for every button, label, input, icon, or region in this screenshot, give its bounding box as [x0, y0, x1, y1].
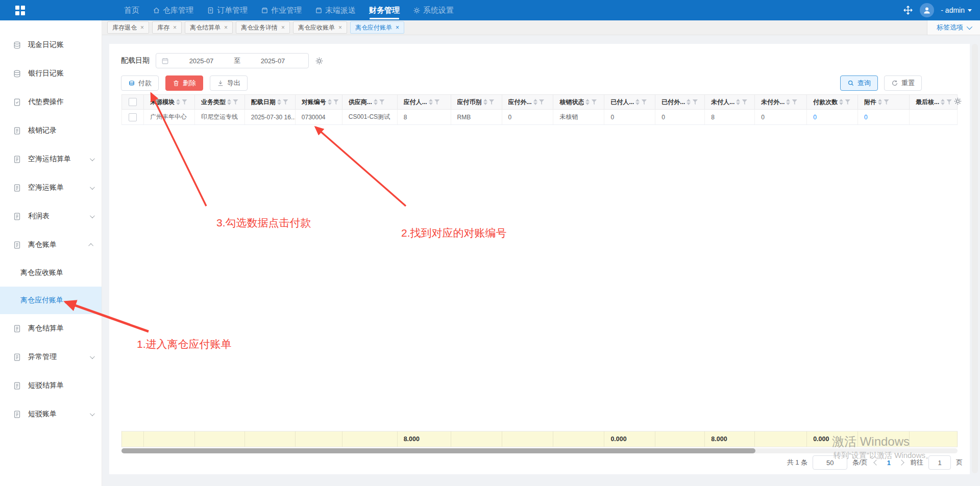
user-menu[interactable]: - admin	[941, 6, 972, 14]
column-header-pay_count[interactable]: 付款次数	[807, 95, 858, 109]
move-icon[interactable]	[903, 5, 913, 15]
filter-funnel-icon[interactable]	[333, 99, 339, 105]
date-to-value[interactable]: 2025-07	[242, 57, 303, 65]
filter-funnel-icon[interactable]	[434, 99, 440, 105]
close-icon[interactable]: ×	[396, 24, 399, 31]
table-row[interactable]: 广州丰年中心印尼空运专线2025-07-30 16...0730004CS001…	[121, 110, 958, 125]
filter-funnel-icon[interactable]	[379, 99, 385, 105]
filter-funnel-icon[interactable]	[233, 99, 238, 105]
cell-attachment[interactable]: 0	[858, 110, 910, 124]
sidebar-item-利润表[interactable]: 利润表	[0, 202, 102, 231]
filter-funnel-icon[interactable]	[489, 99, 495, 105]
column-header-unpaid_cny[interactable]: 未付人...	[705, 95, 755, 109]
tab-离仓应付账单[interactable]: 离仓应付账单×	[350, 21, 404, 34]
column-header-payable_cny[interactable]: 应付人...	[398, 95, 451, 109]
column-header-load_date[interactable]: 配载日期	[245, 95, 296, 109]
sort-icon[interactable]	[687, 99, 691, 105]
tab-options-button[interactable]: 标签选项	[927, 20, 980, 35]
column-header-last_writeoff[interactable]: 最后核...	[910, 95, 958, 109]
sidebar-item-代垫费操作[interactable]: 代垫费操作	[0, 88, 102, 116]
sort-icon[interactable]	[277, 99, 281, 105]
sort-icon[interactable]	[328, 99, 332, 105]
nav-item-末端派送[interactable]: 末端派送	[315, 0, 356, 20]
row-checkbox[interactable]	[129, 113, 137, 121]
goto-page-input[interactable]: 1	[928, 455, 951, 470]
close-icon[interactable]: ×	[338, 24, 342, 31]
date-from-value[interactable]: 2025-07	[171, 57, 232, 65]
column-header-payable_currency[interactable]: 应付币别	[451, 95, 502, 109]
column-header-paid_foreign[interactable]: 已付外...	[655, 95, 705, 109]
sort-icon[interactable]	[839, 99, 843, 105]
query-button[interactable]: 查询	[840, 75, 878, 91]
tab-库存退仓[interactable]: 库存退仓×	[107, 21, 149, 34]
column-header-supplier[interactable]: 供应商...	[342, 95, 398, 109]
avatar[interactable]	[920, 3, 934, 17]
filter-funnel-icon[interactable]	[884, 99, 889, 105]
sort-icon[interactable]	[374, 99, 378, 105]
load-date-range-input[interactable]: 2025-07 至 2025-07	[156, 53, 309, 68]
close-icon[interactable]: ×	[140, 24, 144, 31]
sidebar-item-银行日记账[interactable]: 银行日记账	[0, 59, 102, 88]
sort-icon[interactable]	[227, 99, 231, 105]
filter-funnel-icon[interactable]	[641, 99, 647, 105]
sidebar-item-离仓结算单[interactable]: 离仓结算单	[0, 314, 102, 343]
select-all-checkbox[interactable]	[129, 98, 137, 106]
tab-库存[interactable]: 库存×	[152, 21, 182, 34]
sort-icon[interactable]	[878, 99, 882, 105]
column-header-recon_no[interactable]: 对账编号	[296, 95, 342, 109]
filter-funnel-icon[interactable]	[591, 99, 597, 105]
sort-icon[interactable]	[429, 99, 433, 105]
reset-button[interactable]: 重置	[884, 75, 922, 91]
sort-icon[interactable]	[786, 99, 790, 105]
tab-离仓应收账单[interactable]: 离仓应收账单×	[293, 21, 347, 34]
export-button[interactable]: 导出	[210, 75, 248, 91]
filter-funnel-icon[interactable]	[692, 99, 698, 105]
nav-item-系统设置[interactable]: 系统设置	[413, 0, 454, 20]
close-icon[interactable]: ×	[224, 24, 228, 31]
row-checkbox-cell[interactable]	[122, 110, 144, 124]
sort-icon[interactable]	[483, 99, 487, 105]
column-settings-gear-icon[interactable]	[953, 97, 962, 106]
sidebar-item-短驳账单[interactable]: 短驳账单	[0, 400, 102, 428]
column-header-checkbox[interactable]	[122, 95, 144, 109]
pay-button[interactable]: 付款	[121, 75, 159, 91]
sort-icon[interactable]	[176, 99, 180, 105]
sort-icon[interactable]	[736, 99, 740, 105]
current-page-number[interactable]: 1	[885, 459, 893, 467]
column-header-unpaid_foreign[interactable]: 未付外...	[755, 95, 807, 109]
delete-button[interactable]: 删除	[165, 75, 203, 91]
sidebar-item-离仓应付账单[interactable]: 离仓应付账单	[0, 287, 102, 314]
page-size-input[interactable]: 50	[813, 455, 847, 470]
sidebar-item-离仓应收账单[interactable]: 离仓应收账单	[0, 259, 102, 287]
filter-funnel-icon[interactable]	[792, 99, 797, 105]
close-icon[interactable]: ×	[281, 24, 285, 31]
filter-funnel-icon[interactable]	[182, 99, 187, 105]
sidebar-item-空海运结算单[interactable]: 空海运结算单	[0, 145, 102, 173]
next-page-button[interactable]	[898, 459, 905, 466]
sort-icon[interactable]	[585, 99, 590, 105]
nav-item-订单管理[interactable]: 订单管理	[207, 0, 248, 20]
vertical-scrollbar[interactable]	[972, 44, 978, 473]
column-header-payable_foreign[interactable]: 应付外...	[502, 95, 554, 109]
sidebar-item-离仓账单[interactable]: 离仓账单	[0, 231, 102, 259]
filter-funnel-icon[interactable]	[946, 99, 952, 105]
tab-离仓结算单[interactable]: 离仓结算单×	[185, 21, 233, 34]
nav-item-仓库管理[interactable]: 仓库管理	[153, 0, 193, 20]
sidebar-item-现金日记账[interactable]: 现金日记账	[0, 31, 102, 59]
sort-icon[interactable]	[635, 99, 640, 105]
apps-grid-icon[interactable]	[15, 6, 25, 15]
sidebar-item-空海运账单[interactable]: 空海运账单	[0, 173, 102, 202]
prev-page-button[interactable]	[873, 459, 880, 466]
column-header-paid_cny[interactable]: 已付人...	[604, 95, 655, 109]
filter-funnel-icon[interactable]	[845, 99, 850, 105]
sidebar-item-核销记录[interactable]: 核销记录	[0, 116, 102, 145]
sort-icon[interactable]	[941, 99, 945, 105]
filter-funnel-icon[interactable]	[539, 99, 545, 105]
horizontal-scrollbar[interactable]	[121, 448, 958, 453]
tab-离仓业务详情[interactable]: 离仓业务详情×	[236, 21, 290, 34]
nav-item-首页[interactable]: 首页	[124, 0, 139, 20]
filter-settings-gear-icon[interactable]	[315, 57, 324, 65]
column-header-attachment[interactable]: 附件	[858, 95, 910, 109]
column-header-writeoff_status[interactable]: 核销状态	[553, 95, 604, 109]
sidebar-item-短驳结算单[interactable]: 短驳结算单	[0, 371, 102, 400]
